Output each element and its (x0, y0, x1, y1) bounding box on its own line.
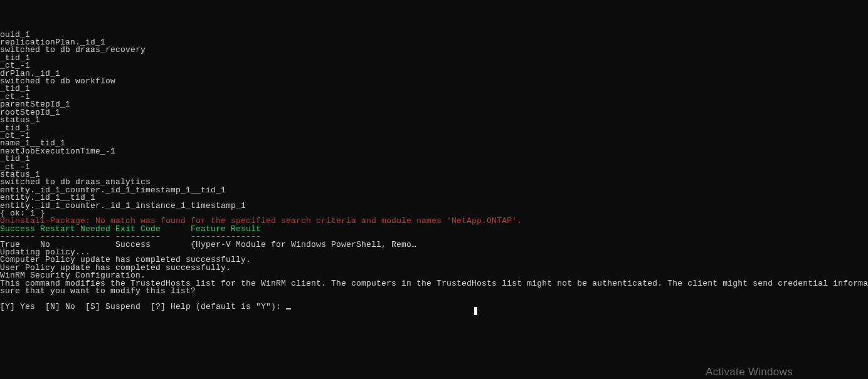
terminal-line: _tid_1 (0, 155, 868, 163)
terminal-line: _ct_-1 (0, 62, 868, 70)
terminal-line: _tid_1 (0, 85, 868, 93)
terminal-line: rootStepId_1 (0, 109, 868, 117)
terminal-line: _ct_-1 (0, 93, 868, 101)
windows-activation-watermark: Activate Windows (706, 368, 793, 376)
terminal-line: switched to db draas_recovery (0, 46, 868, 54)
terminal-line: switched to db workflow (0, 78, 868, 85)
terminal-line: _ct_-1 (0, 164, 868, 171)
terminal-line: name_1__tid_1 (0, 140, 868, 147)
terminal-line: _tid_1 (0, 55, 868, 62)
terminal-line: nextJobExecutionTime_-1 (0, 148, 868, 155)
prompt-text: [Y] Yes [N] No [S] Suspend [?] Help (def… (0, 302, 286, 311)
cursor-icon (286, 308, 291, 309)
terminal-line: ouid_1 (0, 31, 868, 39)
terminal-line: status_1 (0, 117, 868, 124)
prompt-line[interactable]: [Y] Yes [N] No [S] Suspend [?] Help (def… (0, 303, 868, 311)
text-caret-icon (474, 307, 477, 315)
terminal-line: parentStepId_1 (0, 101, 868, 108)
terminal-line: True No Success {Hyper-V Module for Wind… (0, 241, 868, 249)
terminal-line: entity._id_1_counter._id_1_instance_1_ti… (0, 202, 868, 210)
terminal-line: _tid_1 (0, 125, 868, 132)
terminal-line: drPlan._id_1 (0, 70, 868, 78)
terminal-output: ouid_1replicationPlan._id_1switched to d… (0, 31, 868, 296)
terminal-line: sure that you want to modify this list? (0, 288, 868, 295)
terminal-line: entity._id_1_counter._id_1_timestamp_1__… (0, 187, 868, 194)
terminal-line: _ct_-1 (0, 132, 868, 140)
